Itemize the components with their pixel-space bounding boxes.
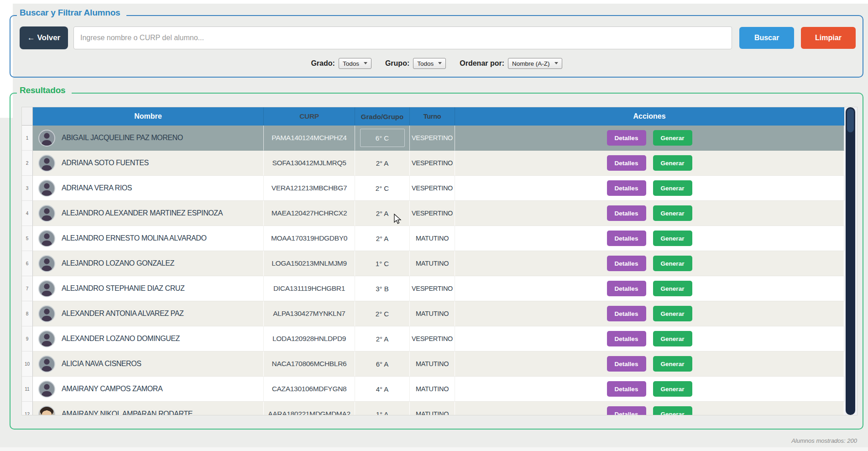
student-name-cell: ALEJANDRO STEPHANIE DIAZ CRUZ	[33, 276, 264, 301]
detalles-button[interactable]: Detalles	[607, 331, 646, 346]
results-panel-title: Resultados	[17, 84, 72, 96]
generar-button[interactable]: Generar	[653, 356, 692, 372]
detalles-button[interactable]: Detalles	[607, 231, 646, 246]
table-row[interactable]: 7ALEJANDRO STEPHANIE DIAZ CRUZDICA131119…	[22, 276, 844, 301]
detalles-button[interactable]: Detalles	[607, 381, 646, 397]
student-curp: DICA131119HCHGBR1	[264, 276, 355, 301]
student-curp: PAMA140124MCHPHZ4	[264, 126, 355, 151]
header-acciones: Acciones	[455, 107, 844, 126]
generar-button[interactable]: Generar	[653, 231, 692, 246]
table-row[interactable]: 3ADRIANA VERA RIOSVERA121213MBCHBG72° CV…	[22, 176, 844, 201]
table-row[interactable]: 8ALEXANDER ANTONIA ALVAREZ PAZALPA130427…	[22, 301, 844, 326]
student-name-cell: ALICIA NAVA CISNEROS	[33, 351, 264, 377]
detalles-button[interactable]: Detalles	[607, 281, 646, 296]
row-number: 9	[22, 326, 33, 351]
table-row[interactable]: 1ABIGAIL JACQUELINE PAZ MORENOPAMA140124…	[22, 126, 844, 151]
student-grado-grupo: 4° A	[355, 377, 410, 402]
student-actions: DetallesGenerar	[455, 276, 844, 301]
detalles-button[interactable]: Detalles	[607, 356, 646, 372]
grado-grupo-box: 6° C	[360, 129, 405, 147]
table-row[interactable]: 10ALICIA NAVA CISNEROSNACA170806MCHBLR66…	[22, 351, 844, 377]
ordenar-select[interactable]: Nombre (A-Z)	[508, 58, 562, 69]
student-photo-avatar	[38, 406, 55, 415]
students-table: Nombre CURP Grado/Grupo Turno Acciones 1…	[22, 107, 857, 415]
student-grado-grupo: 2° A	[355, 326, 410, 351]
generar-button[interactable]: Generar	[653, 406, 692, 415]
table-row[interactable]: 5ALEJANDRO ERNESTO MOLINA ALVARADOMOAA17…	[22, 226, 844, 251]
student-curp: CAZA130106MDFYGN8	[264, 377, 355, 402]
student-actions: DetallesGenerar	[455, 326, 844, 351]
ordenar-filter-group: Ordenar por: Nombre (A-Z)	[460, 58, 562, 69]
detalles-button[interactable]: Detalles	[607, 406, 646, 415]
student-name: ALEJANDRO STEPHANIE DIAZ CRUZ	[62, 284, 184, 293]
student-name: ALICIA NAVA CISNEROS	[62, 360, 141, 368]
table-row[interactable]: 4ALEJANDRO ALEXANDER MARTINEZ ESPINOZAMA…	[22, 201, 844, 226]
header-curp: CURP	[264, 107, 355, 126]
student-turno: VESPERTINO	[410, 176, 455, 201]
scrollbar-track[interactable]	[846, 107, 855, 415]
table-scrollbar[interactable]	[844, 107, 857, 415]
grado-select[interactable]: Todos	[339, 58, 371, 69]
scrollbar-thumb[interactable]	[847, 109, 854, 132]
detalles-button[interactable]: Detalles	[607, 205, 646, 221]
student-name: ALEXANDER LOZANO DOMINGUEZ	[62, 335, 180, 343]
student-avatar-icon	[38, 130, 55, 147]
table-header-row: Nombre CURP Grado/Grupo Turno Acciones	[22, 107, 844, 126]
student-name: AMAIRANY NIKOL AMPARAN RODARTE	[62, 410, 193, 415]
student-actions: DetallesGenerar	[455, 151, 844, 176]
student-avatar-icon	[38, 305, 55, 322]
row-number: 11	[22, 377, 33, 402]
student-name: AMAIRANY CAMPOS ZAMORA	[62, 385, 162, 393]
row-number-header	[22, 107, 33, 126]
detalles-button[interactable]: Detalles	[607, 180, 646, 196]
student-actions: DetallesGenerar	[455, 351, 844, 377]
student-name-cell: ABIGAIL JACQUELINE PAZ MORENO	[33, 126, 264, 151]
table-row[interactable]: 9ALEXANDER LOZANO DOMINGUEZLODA120928HNL…	[22, 326, 844, 351]
table-row[interactable]: 6ALEJANDRO LOZANO GONZALEZLOGA150213MNLM…	[22, 251, 844, 276]
generar-button[interactable]: Generar	[653, 281, 692, 296]
generar-button[interactable]: Generar	[653, 180, 692, 196]
table-row[interactable]: 12AMAIRANY NIKOL AMPARAN RODARTEAARA1802…	[22, 402, 844, 415]
detalles-button[interactable]: Detalles	[607, 130, 646, 146]
clear-button[interactable]: Limpiar	[801, 27, 856, 49]
generar-button[interactable]: Generar	[653, 331, 692, 346]
student-actions: DetallesGenerar	[455, 126, 844, 151]
student-grado-grupo: 2° A	[355, 151, 410, 176]
row-number: 5	[22, 226, 33, 251]
detalles-button[interactable]: Detalles	[607, 306, 646, 321]
row-number: 8	[22, 301, 33, 326]
generar-button[interactable]: Generar	[653, 306, 692, 321]
student-grado-grupo: 6° C	[355, 126, 410, 151]
detalles-button[interactable]: Detalles	[607, 256, 646, 271]
grupo-select[interactable]: Todos	[413, 58, 446, 69]
generar-button[interactable]: Generar	[653, 256, 692, 271]
search-input[interactable]	[73, 26, 732, 49]
student-name: ADRIANA SOTO FUENTES	[62, 159, 149, 167]
table-row[interactable]: 11AMAIRANY CAMPOS ZAMORACAZA130106MDFYGN…	[22, 377, 844, 402]
back-button[interactable]: ← Volver	[20, 26, 68, 49]
student-name: ADRIANA VERA RIOS	[62, 184, 132, 192]
student-turno: MATUTINO	[410, 301, 455, 326]
header-nombre: Nombre	[33, 107, 264, 126]
row-number: 4	[22, 201, 33, 226]
student-turno: VESPERTINO	[410, 201, 455, 226]
generar-button[interactable]: Generar	[653, 205, 692, 221]
top-white-strip	[0, 0, 868, 4]
detalles-button[interactable]: Detalles	[607, 155, 646, 171]
search-button[interactable]: Buscar	[739, 27, 794, 49]
student-name-cell: ALEXANDER ANTONIA ALVAREZ PAZ	[33, 301, 264, 326]
student-curp: SOFA130412MJLMRQ5	[264, 151, 355, 176]
student-avatar-icon	[38, 155, 55, 172]
student-grado-grupo: 2° C	[355, 176, 410, 201]
student-grado-grupo: 2° A	[355, 226, 410, 251]
student-curp: AARA180221MDGMDMA2	[264, 402, 355, 415]
grado-label: Grado:	[311, 59, 335, 68]
table-row[interactable]: 2ADRIANA SOTO FUENTESSOFA130412MJLMRQ52°…	[22, 151, 844, 176]
student-turno: VESPERTINO	[410, 151, 455, 176]
ordenar-label: Ordenar por:	[460, 59, 504, 68]
generar-button[interactable]: Generar	[653, 155, 692, 171]
student-name-cell: ALEJANDRO ERNESTO MOLINA ALVARADO	[33, 226, 264, 251]
generar-button[interactable]: Generar	[653, 381, 692, 397]
student-avatar-icon	[38, 230, 55, 247]
generar-button[interactable]: Generar	[653, 130, 692, 146]
